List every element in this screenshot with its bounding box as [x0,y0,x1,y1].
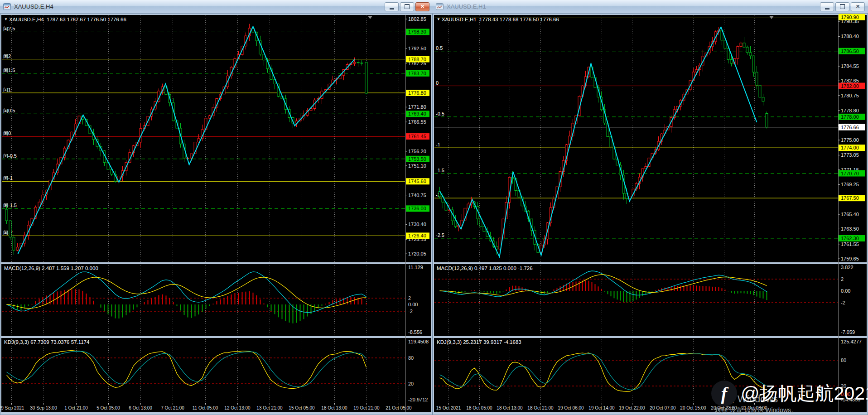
svg-text:80: 80 [841,357,846,363]
svg-text:-7.059: -7.059 [841,329,855,335]
svg-text:-1: -1 [436,142,440,147]
svg-text:1780.75: 1780.75 [841,93,859,98]
svg-text:1776.80: 1776.80 [408,90,426,96]
svg-text:11 Oct 05:00: 11 Oct 05:00 [193,405,218,410]
svg-text:1771.80: 1771.80 [408,104,426,110]
svg-text:21 Oct 05:00: 21 Oct 05:00 [386,405,412,410]
svg-text:30 Sep 13:00: 30 Sep 13:00 [30,405,57,410]
titlebar-h1[interactable]: XAUUSD.E,H1 ✕ [433,0,868,14]
svg-text:1790.90: 1790.90 [841,14,859,20]
symbol-dropdown-icon[interactable]: ▼ [437,17,440,21]
minimize-icon [390,8,394,10]
chart-window-h4: 闰2.5闰2闰1.5闰1闰0.5闰0闰-0.5闰-1闰-1.5闰-21802.8… [0,0,433,415]
svg-text:19 Oct 14:00: 19 Oct 14:00 [588,405,615,410]
svg-text:-20.9712: -20.9712 [408,397,428,402]
minimize-icon [825,8,829,10]
kdj-label: KDJ(9,3,3) 25.2317 39.9317 -4.1683 [437,339,521,345]
svg-text:7 Oct 21:00: 7 Oct 21:00 [161,405,184,410]
minimize-button[interactable] [385,2,399,11]
window-title: XAUUSD.E,H4 [14,3,53,10]
svg-text:1783.70: 1783.70 [408,71,426,76]
restore-button[interactable] [835,2,849,11]
svg-text:1767.50: 1767.50 [841,195,859,201]
panel-separator[interactable] [434,262,867,264]
svg-text:29 Sep 2021: 29 Sep 2021 [0,405,24,410]
macd-label: MACD(12,26,9) 2.487 1.559 1.207 0.000 [4,265,98,271]
restore-button[interactable] [400,2,414,11]
panel-separator[interactable] [1,262,431,264]
minimize-button[interactable] [820,2,834,11]
svg-text:0.00: 0.00 [841,288,850,294]
close-button[interactable]: ✕ [851,2,865,11]
svg-text:1756.20: 1756.20 [408,149,426,154]
panel-separator[interactable] [1,336,431,338]
svg-text:1740.75: 1740.75 [408,193,426,198]
svg-text:1784.55: 1784.55 [841,63,859,69]
svg-text:1759.65: 1759.65 [841,256,859,261]
svg-text:19 Oct 21:00: 19 Oct 21:00 [353,405,380,410]
svg-text:1775.00: 1775.00 [841,137,859,143]
close-icon: ✕ [420,4,424,9]
restore-icon [405,4,410,9]
panel-separator[interactable] [434,336,867,338]
svg-text:1761.55: 1761.55 [841,241,859,247]
svg-text:20: 20 [841,383,846,389]
svg-text:1765.40: 1765.40 [841,212,859,217]
svg-text:15 Oct 2021: 15 Oct 2021 [436,405,461,410]
svg-text:1788.70: 1788.70 [408,57,426,62]
svg-text:119.4508: 119.4508 [408,339,429,344]
svg-text:0.5: 0.5 [436,45,443,51]
svg-text:15 Oct 05:00: 15 Oct 05:00 [289,405,315,410]
svg-text:1720.05: 1720.05 [408,251,426,256]
svg-text:闰-1.5: 闰-1.5 [3,203,17,208]
close-icon: ✕ [856,4,860,9]
svg-text:1802.85: 1802.85 [408,16,426,22]
svg-text:1782.00: 1782.00 [841,83,859,89]
chart-canvas-h1[interactable]: 0.50-0.5-1-1.5-2-2.51790.351788.401784.5… [433,0,868,415]
chart-window-icon [436,3,444,10]
svg-text:闰-0.5: 闰-0.5 [3,153,17,159]
svg-text:1786.50: 1786.50 [841,48,859,54]
svg-text:13 Oct 21:00: 13 Oct 21:00 [256,405,283,410]
mdi-workspace: 闰2.5闰2闰1.5闰1闰0.5闰0闰-0.5闰-1闰-1.5闰-21802.8… [0,0,868,415]
restore-icon [840,4,845,9]
svg-text:1774.00: 1774.00 [841,145,859,150]
svg-text:1762.30: 1762.30 [841,236,859,241]
svg-text:12 Oct 13:00: 12 Oct 13:00 [224,405,251,410]
svg-text:1769.40: 1769.40 [408,111,426,116]
svg-text:20 Oct 15:00: 20 Oct 15:00 [680,405,706,410]
svg-text:-2.5: -2.5 [436,232,444,238]
svg-text:1798.30: 1798.30 [408,29,426,34]
svg-text:闰0: 闰0 [3,130,11,136]
svg-text:1751.10: 1751.10 [408,163,426,169]
svg-text:1778.00: 1778.00 [841,114,859,120]
svg-text:1770.70: 1770.70 [841,171,859,176]
chart-background [434,15,867,412]
svg-text:1766.55: 1766.55 [408,119,426,125]
titlebar-h4[interactable]: XAUUSD.E,H4 ✕ [0,0,433,14]
info-ohlc: 1787.63 1787.67 1776.50 1776.66 [47,17,126,22]
chart-canvas-h4[interactable]: 闰2.5闰2闰1.5闰1闰0.5闰0闰-0.5闰-1闰-1.5闰-21802.8… [0,0,433,415]
svg-text:0.00: 0.00 [408,302,418,307]
svg-text:-0.5: -0.5 [436,111,444,116]
svg-text:闰2.5: 闰2.5 [3,26,15,31]
svg-text:5 Oct 05:00: 5 Oct 05:00 [96,405,120,410]
svg-text:1761.45: 1761.45 [408,134,426,139]
svg-text:20: 20 [408,381,414,386]
svg-text:21 Oct 08:00: 21 Oct 08:00 [741,405,767,410]
info-symbol: XAUUSD.E,H1 [442,17,477,22]
svg-text:20 Oct 23:00: 20 Oct 23:00 [711,405,737,410]
svg-text:0.00: 0.00 [841,391,850,397]
svg-text:1769.25: 1769.25 [841,182,859,187]
close-button[interactable]: ✕ [415,2,429,11]
kdj-label: KDJ(9,3,3) 67.7309 73.0376 57.1174 [4,339,89,345]
svg-text:1726.40: 1726.40 [408,233,426,238]
svg-text:-2: -2 [408,309,413,314]
svg-text:1736.00: 1736.00 [408,206,426,211]
svg-text:1753.50: 1753.50 [408,156,426,162]
chart-window-h1: 0.50-0.5-1-1.5-2-2.51790.351788.401784.5… [433,0,868,415]
symbol-dropdown-icon[interactable]: ▼ [4,17,8,21]
ohlc-info-line: ▼XAUUSD.E,H1 1778.43 1778.68 1776.50 177… [437,17,559,22]
window-title: XAUUSD.E,H1 [447,3,486,10]
svg-text:-14.4859: -14.4859 [841,397,860,402]
